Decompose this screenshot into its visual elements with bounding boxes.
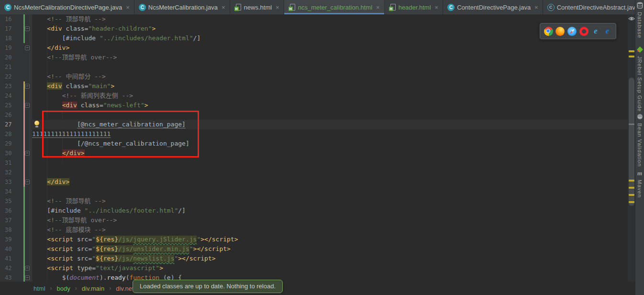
fold-marker[interactable]: −: [25, 26, 30, 31]
database-icon: [637, 2, 643, 9]
html-file-icon: H: [389, 4, 396, 11]
code-text: <script src="${res}/js/jquery.jSlider.js…: [32, 235, 238, 244]
code-segment: ></script>: [200, 236, 238, 243]
warning-stripe-mark[interactable]: [629, 50, 634, 52]
code-line[interactable]: 38 <!-- 底部模块 -->: [0, 225, 628, 235]
tab-close-icon[interactable]: ×: [222, 4, 225, 11]
code-line[interactable]: 22 <!-- 中间部分 -->: [0, 72, 628, 81]
code-line[interactable]: 21: [0, 62, 628, 72]
code-segment: class=: [62, 82, 89, 90]
code-line[interactable]: 23− <div class="main">: [0, 81, 628, 91]
code-line[interactable]: 32: [0, 168, 628, 177]
tab-close-icon[interactable]: ×: [276, 4, 279, 11]
code-segment: <!--顶部导航 over-->: [47, 216, 117, 224]
code-line[interactable]: 36 [#include "../includes/footer.html"/]: [0, 206, 628, 216]
warning-stripe-mark[interactable]: [629, 56, 634, 57]
code-line[interactable]: 37 <!--顶部导航 over-->: [0, 216, 628, 225]
tab-close-icon[interactable]: ×: [534, 4, 538, 11]
line-number: 38: [5, 225, 11, 235]
fold-marker[interactable]: −: [25, 266, 30, 271]
tab-NcsMeterCalibration.java[interactable]: CNcsMeterCalibration.java×: [134, 0, 230, 14]
code-text: <div class="news-left">: [32, 101, 148, 110]
code-segment: [#include: [47, 207, 84, 214]
warning-stripe-mark[interactable]: [629, 201, 634, 203]
code-line[interactable]: 31: [0, 158, 628, 168]
fold-marker[interactable]: −: [25, 180, 30, 184]
ie-browser-icon[interactable]: e: [591, 27, 600, 36]
tool-button-maven[interactable]: mMaven: [635, 170, 644, 198]
fold-marker[interactable]: −: [25, 45, 30, 50]
code-segment: <!-- 新闻列表左侧 -->: [62, 92, 133, 99]
tab-news.html[interactable]: Hnews.html×: [230, 0, 284, 14]
fold-marker[interactable]: −: [25, 151, 30, 156]
code-line[interactable]: 43− $(document).ready(function (e) {: [0, 273, 628, 282]
code-line[interactable]: 25− <div class="news-left">: [0, 101, 628, 110]
fold-marker[interactable]: −: [25, 84, 30, 89]
code-text: <script type="text/javascript">: [32, 263, 163, 273]
code-line[interactable]: 42− <script type="text/javascript">: [0, 263, 628, 273]
tab-bar: CNcsMeterCalibrationDirectivePage.java×C…: [0, 0, 635, 14]
tab-ncs_meter_calibration.html[interactable]: Hncs_meter_calibration.html×: [284, 0, 385, 14]
safari-browser-icon[interactable]: [567, 27, 577, 36]
tool-button-database[interactable]: Database: [635, 2, 644, 38]
tool-button-label: Bean Validation: [637, 123, 643, 167]
code-text: <!-- 顶部导航 -->: [32, 196, 106, 206]
opera-browser-icon[interactable]: [579, 27, 588, 36]
code-text: <!-- 顶部导航 -->: [32, 14, 106, 24]
code-line[interactable]: 19− </div>: [0, 43, 628, 53]
tab-ContentDirectivePage.java[interactable]: CContentDirectivePage.java×: [443, 0, 543, 14]
line-number: 33: [5, 177, 11, 187]
warning-stripe-mark[interactable]: [629, 180, 634, 182]
code-segment: class=: [62, 25, 89, 32]
fold-marker[interactable]: −: [25, 275, 30, 280]
breadcrumb-item[interactable]: div.main: [82, 285, 104, 292]
intention-bulb-icon[interactable]: [34, 121, 40, 127]
code-segment: /js/: [118, 236, 133, 243]
tab-close-icon[interactable]: ×: [435, 4, 439, 11]
code-line[interactable]: 24 <!-- 新闻列表左侧 -->: [0, 91, 628, 101]
code-line[interactable]: 40 <script src="${res}/js/unslider.min.j…: [0, 244, 628, 254]
warning-stripe-mark[interactable]: [629, 187, 634, 189]
code-line[interactable]: 20 <!--顶部导航 over-->: [0, 53, 628, 62]
firefox-browser-icon[interactable]: [555, 27, 565, 36]
code-line[interactable]: 35 <!-- 顶部导航 -->: [0, 196, 628, 206]
code-segment: <!-- 底部模块 -->: [47, 226, 105, 233]
tab-header.html[interactable]: Hheader.html×: [385, 0, 444, 14]
abstract-class-icon: C: [547, 4, 555, 11]
code-line[interactable]: 41 <script src="${res}/js/newslist.js"><…: [0, 254, 628, 263]
bean-validation-icon: [637, 113, 643, 120]
code-line[interactable]: 33− </div>: [0, 177, 628, 187]
tool-button-jrebel-setup-guide[interactable]: JRebel Setup Guide: [635, 46, 644, 112]
edge-browser-icon[interactable]: e: [603, 27, 612, 36]
code-segment: ": [92, 236, 96, 243]
code-segment: unslider.min.js: [133, 245, 189, 252]
code-line[interactable]: 39 <script src="${res}/js/jquery.jSlider…: [0, 235, 628, 244]
warning-stripe-mark[interactable]: [629, 194, 634, 196]
browser-toolbar: ee: [540, 23, 616, 39]
tab-ContentDirectiveAbstract.java[interactable]: CContentDirectiveAbstract.java×: [543, 0, 635, 14]
tab-close-icon[interactable]: ×: [126, 4, 130, 11]
code-segment: ": [189, 245, 193, 252]
line-number: 19: [5, 43, 11, 53]
caret-stripe-mark: [629, 124, 634, 125]
right-toolbar: DatabaseJRebel Setup GuideBean Validatio…: [635, 0, 644, 295]
code-segment: ": [92, 255, 96, 262]
line-number: 29: [5, 139, 11, 148]
breadcrumb-item[interactable]: html: [33, 285, 45, 292]
code-line[interactable]: 18 [#include "../includes/header.html"/]: [0, 34, 628, 43]
error-stripe[interactable]: [628, 14, 635, 282]
code-segment: "../includes/header.html": [100, 34, 193, 42]
tab-NcsMeterCalibrationDirectivePage.java[interactable]: CNcsMeterCalibrationDirectivePage.java×: [0, 0, 134, 14]
code-line[interactable]: 34: [0, 187, 628, 196]
code-line[interactable]: 17− <div class="header-children">: [0, 24, 628, 34]
tool-button-bean-validation[interactable]: Bean Validation: [635, 113, 644, 167]
code-segment: <!--顶部导航 over-->: [47, 54, 117, 61]
code-line[interactable]: 16 <!-- 顶部导航 -->: [0, 14, 628, 24]
chrome-browser-icon[interactable]: [544, 27, 553, 36]
tab-close-icon[interactable]: ×: [376, 4, 380, 11]
breadcrumb-item[interactable]: body: [57, 285, 70, 292]
fold-marker[interactable]: −: [25, 103, 30, 108]
code-text: <div class="main">: [32, 81, 114, 91]
code-segment: </div>: [47, 44, 69, 51]
inspections-eye-icon[interactable]: [628, 15, 635, 22]
